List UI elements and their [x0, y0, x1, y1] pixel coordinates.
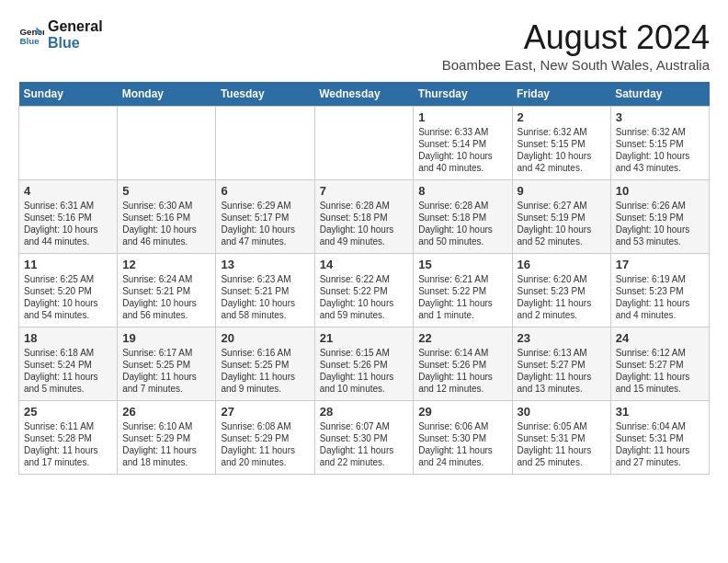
day-info: Daylight: 11 hours: [418, 297, 506, 309]
header-cell-tuesday: Tuesday: [216, 82, 314, 107]
calendar-cell: 13Sunrise: 6:23 AMSunset: 5:21 PMDayligh…: [216, 254, 314, 327]
day-info: Sunrise: 6:30 AM: [122, 200, 210, 212]
day-number: 28: [320, 405, 409, 419]
day-number: 27: [221, 405, 309, 419]
calendar-cell: 17Sunrise: 6:19 AMSunset: 5:23 PMDayligh…: [610, 254, 709, 327]
day-info: Sunrise: 6:32 AM: [616, 126, 704, 138]
calendar-cell: 9Sunrise: 6:27 AMSunset: 5:19 PMDaylight…: [512, 180, 610, 254]
day-number: 24: [616, 331, 704, 345]
day-info: Daylight: 10 hours: [518, 224, 606, 236]
day-info: and 20 minutes.: [221, 456, 309, 468]
calendar-cell: 11Sunrise: 6:25 AMSunset: 5:20 PMDayligh…: [19, 254, 118, 327]
day-info: Sunset: 5:27 PM: [616, 359, 704, 371]
day-info: Daylight: 11 hours: [320, 371, 409, 383]
day-info: Sunset: 5:21 PM: [221, 285, 309, 297]
day-number: 4: [24, 184, 112, 198]
day-info: Sunrise: 6:18 AM: [24, 347, 112, 359]
day-info: Daylight: 11 hours: [616, 371, 704, 383]
day-info: Daylight: 11 hours: [122, 444, 210, 456]
title-block: August 2024 Boambee East, New South Wale…: [442, 18, 710, 73]
calendar-cell: 27Sunrise: 6:08 AMSunset: 5:29 PMDayligh…: [216, 401, 314, 475]
day-number: 5: [122, 184, 210, 198]
day-info: Sunrise: 6:04 AM: [616, 420, 704, 432]
day-info: Sunset: 5:20 PM: [24, 285, 112, 297]
day-info: Daylight: 11 hours: [24, 371, 112, 383]
day-number: 9: [518, 184, 606, 198]
day-info: and 17 minutes.: [24, 456, 112, 468]
day-info: Sunset: 5:26 PM: [320, 359, 409, 371]
day-number: 23: [518, 331, 606, 345]
day-info: Sunrise: 6:06 AM: [418, 420, 506, 432]
day-info: Sunrise: 6:26 AM: [616, 200, 704, 212]
day-number: 26: [122, 405, 210, 419]
logo-line2: Blue: [48, 35, 103, 52]
week-row-5: 25Sunrise: 6:11 AMSunset: 5:28 PMDayligh…: [19, 401, 710, 475]
day-number: 13: [221, 258, 309, 271]
week-row-2: 4Sunrise: 6:31 AMSunset: 5:16 PMDaylight…: [19, 180, 710, 254]
day-info: and 10 minutes.: [320, 383, 409, 395]
day-info: Daylight: 10 hours: [24, 224, 112, 236]
day-info: and 9 minutes.: [221, 383, 309, 395]
day-number: 6: [221, 184, 309, 198]
header-cell-friday: Friday: [512, 82, 610, 107]
day-info: Sunrise: 6:15 AM: [320, 347, 409, 359]
header-cell-sunday: Sunday: [19, 82, 118, 107]
day-info: Sunrise: 6:32 AM: [518, 126, 606, 138]
day-number: 22: [418, 331, 506, 345]
day-info: Daylight: 11 hours: [221, 444, 309, 456]
day-number: 30: [518, 405, 606, 419]
header-cell-saturday: Saturday: [610, 82, 709, 107]
calendar-cell: 30Sunrise: 6:05 AMSunset: 5:31 PMDayligh…: [512, 401, 610, 475]
calendar-cell: 21Sunrise: 6:15 AMSunset: 5:26 PMDayligh…: [314, 327, 414, 401]
day-number: 31: [616, 405, 704, 419]
day-info: Sunset: 5:29 PM: [122, 432, 210, 444]
svg-text:Blue: Blue: [19, 36, 40, 46]
day-info: Daylight: 10 hours: [122, 297, 210, 309]
day-info: Sunrise: 6:29 AM: [221, 200, 309, 212]
day-info: and 49 minutes.: [320, 236, 409, 247]
day-info: Sunrise: 6:08 AM: [221, 420, 309, 432]
week-row-4: 18Sunrise: 6:18 AMSunset: 5:24 PMDayligh…: [19, 327, 710, 401]
day-number: 14: [320, 258, 409, 271]
day-info: Daylight: 11 hours: [221, 371, 309, 383]
day-info: Daylight: 10 hours: [518, 150, 606, 162]
day-info: Sunrise: 6:33 AM: [418, 126, 506, 138]
day-info: Sunset: 5:29 PM: [221, 432, 309, 444]
calendar-cell: [216, 107, 314, 180]
day-info: Sunrise: 6:21 AM: [418, 273, 506, 285]
day-info: Sunset: 5:22 PM: [418, 285, 506, 297]
day-info: Sunrise: 6:12 AM: [616, 347, 704, 359]
header-cell-monday: Monday: [118, 82, 216, 107]
day-info: Sunset: 5:24 PM: [24, 359, 112, 371]
calendar-cell: 28Sunrise: 6:07 AMSunset: 5:30 PMDayligh…: [314, 401, 414, 475]
day-info: Sunset: 5:18 PM: [320, 212, 409, 224]
day-info: and 5 minutes.: [24, 383, 112, 395]
day-info: Sunset: 5:15 PM: [518, 138, 606, 150]
day-info: Sunrise: 6:25 AM: [24, 273, 112, 285]
calendar-table: SundayMondayTuesdayWednesdayThursdayFrid…: [18, 82, 710, 475]
calendar-cell: 7Sunrise: 6:28 AMSunset: 5:18 PMDaylight…: [314, 180, 414, 254]
day-number: 11: [24, 258, 112, 271]
header-row: SundayMondayTuesdayWednesdayThursdayFrid…: [19, 82, 710, 107]
week-row-1: 1Sunrise: 6:33 AMSunset: 5:14 PMDaylight…: [19, 107, 710, 180]
day-info: and 4 minutes.: [616, 309, 704, 321]
day-info: Daylight: 10 hours: [616, 150, 704, 162]
day-number: 18: [24, 331, 112, 345]
day-info: Sunrise: 6:31 AM: [24, 200, 112, 212]
day-info: Sunset: 5:17 PM: [221, 212, 309, 224]
day-info: Daylight: 11 hours: [518, 444, 606, 456]
calendar-cell: 8Sunrise: 6:28 AMSunset: 5:18 PMDaylight…: [414, 180, 512, 254]
day-info: and 44 minutes.: [24, 236, 112, 247]
day-info: and 53 minutes.: [616, 236, 704, 247]
day-info: and 54 minutes.: [24, 309, 112, 321]
day-number: 16: [518, 258, 606, 271]
day-info: Sunset: 5:25 PM: [122, 359, 210, 371]
day-number: 17: [616, 258, 704, 271]
day-info: Sunset: 5:30 PM: [418, 432, 506, 444]
day-info: Sunrise: 6:22 AM: [320, 273, 409, 285]
day-number: 1: [418, 110, 506, 124]
day-number: 25: [24, 405, 112, 419]
day-number: 7: [320, 184, 409, 198]
day-info: and 7 minutes.: [122, 383, 210, 395]
day-number: 3: [616, 110, 704, 124]
